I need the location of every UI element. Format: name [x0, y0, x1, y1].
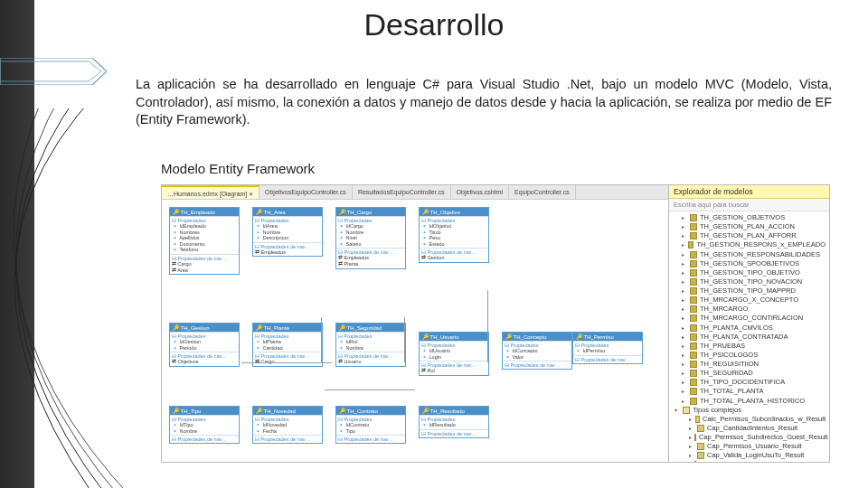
tree-item[interactable]: ▸TH_REGUISITIION [669, 360, 829, 369]
tree-item[interactable]: ▸TH_PLANTA_CONTRATADA [669, 333, 829, 342]
editor-tab[interactable]: …Humanos.edmx [Diagram] ✕ [162, 185, 259, 199]
tree-item[interactable]: ▸TH_MRCARGO_X_CONCEPTO [669, 296, 829, 305]
entity-header: 🔑 TH_Objetivo [420, 208, 488, 216]
subheading: Modelo Entity Framework [161, 161, 315, 176]
tree-item[interactable]: ▸TH_MRCARGO_CONTIRLACION [669, 314, 829, 323]
tree-item[interactable]: ▸TH_GESTION_PLAN_AFFORR [669, 231, 829, 240]
entity-box[interactable]: 🔑 TH_Objetivo⊟ Propiedades🔹 IdObjetivo🔹 … [419, 207, 489, 263]
tree-item[interactable]: ▸TH_GESTION_RESPONS_x_EMPLEADO [669, 240, 829, 249]
entity-box[interactable]: 🔑 TH_Permiso⊟ Propiedades🔹 IdPermiso⊟ Pr… [572, 332, 643, 364]
tree-item[interactable]: ▸TH_SEGURIDAD [669, 369, 829, 378]
slide-title: Desarrollo [0, 7, 868, 42]
entity-box[interactable]: 🔑 TH_Seguridad⊟ Propiedades🔹 IdRol🔹 Nomb… [335, 323, 406, 367]
tree-subitem[interactable]: ▸Cap_Valida_LoginUsuTo_Result [669, 451, 829, 460]
entity-box[interactable]: 🔑 TH_Contrato⊟ Propiedades🔹 IdContrato🔹 … [335, 406, 406, 444]
entity-header: 🔑 TH_Concepto [503, 333, 571, 341]
explorer-tree: ▸TH_GESTION_OBJETIVOS▸TH_GESTION_PLAN_AC… [669, 211, 829, 462]
entity-box[interactable]: 🔑 TH_Empleado⊟ Propiedades🔹 IdEmpleado🔹 … [169, 207, 240, 275]
tab-strip: …Humanos.edmx [Diagram] ✕ObjetivosEquipo… [162, 185, 668, 200]
vs-screenshot: …Humanos.edmx [Diagram] ✕ObjetivosEquipo… [161, 184, 830, 463]
entity-header: 🔑 TH_Resultado [420, 407, 488, 415]
tree-item[interactable]: ▸TH_MRCARGO [669, 305, 829, 314]
tree-subitem[interactable]: ▸Cap_Permisos_Subdirectos_Guest_Result [669, 433, 829, 442]
tree-item[interactable]: ▸TH_GESTION_TIPO_OBJETIVO [669, 268, 829, 277]
tree-subitem[interactable]: ▸TH_AREASCARGOSCARGADOS_Result [669, 460, 829, 462]
tree-subitem[interactable]: ▸Calc_Permisos_Subordinados_w_Result [669, 415, 829, 424]
entity-header: 🔑 TH_Area [253, 208, 322, 216]
entity-box[interactable]: 🔑 TH_Usuario⊟ Propiedades🔹 IdUsuario🔹 Lo… [419, 332, 489, 376]
entity-header: 🔑 TH_Contrato [336, 407, 405, 415]
entity-header: 🔑 TH_Gestion [170, 324, 239, 332]
entity-box[interactable]: 🔑 TH_Planta⊟ Propiedades🔹 IdPlanta🔹 Cant… [252, 323, 323, 367]
tree-item[interactable]: ▸TH_GESTION_PLAN_ACCION [669, 222, 829, 231]
tree-item[interactable]: ▸TH_PSICOLOGOS [669, 351, 829, 360]
entity-header: 🔑 TH_Tipo [170, 407, 239, 415]
entity-box[interactable]: 🔑 TH_Concepto⊟ Propiedades🔹 IdConcepto🔹 … [502, 332, 572, 370]
explorer-search[interactable]: Escriba aquí para buscar [669, 199, 829, 211]
entity-header: 🔑 TH_Novedad [253, 407, 322, 415]
tree-subitem[interactable]: ▸Cap_CantidadIntentos_Result [669, 424, 829, 433]
entity-header: 🔑 TH_Empleado [170, 208, 239, 216]
svg-marker-1 [0, 61, 101, 81]
entity-box[interactable]: 🔑 TH_Resultado⊟ Propiedades🔹 IdResultado… [419, 406, 489, 438]
entity-header: 🔑 TH_Seguridad [336, 324, 405, 332]
entity-header: 🔑 TH_Cargo [336, 208, 405, 216]
tree-item[interactable]: ▸TH_GESTION_OBJETIVOS [669, 213, 829, 222]
entity-header: 🔑 TH_Permiso [573, 333, 642, 341]
tree-item[interactable]: ▸TH_GESTION_RESPONSABILIDADES [669, 250, 829, 259]
entity-box[interactable]: 🔑 TH_Novedad⊟ Propiedades🔹 IdNovedad🔹 Fe… [252, 406, 323, 444]
entity-box[interactable]: 🔑 TH_Tipo⊟ Propiedades🔹 IdTipo🔹 Nombre⊟ … [169, 406, 240, 444]
tree-item[interactable]: ▸TH_PLANTA_CMVILOS [669, 324, 829, 333]
editor-tab[interactable]: ObjetivosEquipoController.cs [259, 185, 353, 199]
arrow-decoration [0, 58, 107, 85]
tree-folder[interactable]: ▾Tipos complejos [669, 406, 829, 415]
diagram-pane: …Humanos.edmx [Diagram] ✕ObjetivosEquipo… [162, 185, 668, 462]
entity-box[interactable]: 🔑 TH_Cargo⊟ Propiedades🔹 IdCargo🔹 Nombre… [335, 207, 406, 269]
tree-item[interactable]: ▸TH_GESTION_SPOOBJETIVOS [669, 259, 829, 268]
svg-marker-0 [0, 58, 107, 85]
tree-subitem[interactable]: ▸Cap_Permisos_Usuario_Result [669, 442, 829, 451]
editor-tab[interactable]: ResultadosEquipoController.cs [353, 185, 451, 199]
diagram-canvas[interactable]: 🔑 TH_Empleado⊟ Propiedades🔹 IdEmpleado🔹 … [162, 200, 668, 462]
model-explorer: Explorador de modelos Escriba aquí para … [668, 185, 829, 462]
tree-item[interactable]: ▸TH_GESTION_TIPO_NOVACION [669, 277, 829, 286]
tree-item[interactable]: ▸TH_GESTION_TIPO_MAPPRD [669, 286, 829, 296]
entity-header: 🔑 TH_Usuario [420, 333, 488, 341]
entity-box[interactable]: 🔑 TH_Gestion⊟ Propiedades🔹 IdGestion🔹 Pe… [169, 323, 240, 367]
body-paragraph: La aplicación se ha desarrollado en leng… [136, 76, 832, 129]
entity-box[interactable]: 🔑 TH_Area⊟ Propiedades🔹 IdArea🔹 Nombre🔹 … [252, 207, 323, 257]
editor-tab[interactable]: Objetivos.cshtml [451, 185, 509, 199]
explorer-title: Explorador de modelos [669, 185, 829, 199]
entity-header: 🔑 TH_Planta [253, 324, 322, 332]
tree-item[interactable]: ▸TH_TOTAL_PLANTA_HISTORICO [669, 397, 829, 406]
tree-item[interactable]: ▸TH_TOTAL_PLANTA [669, 387, 829, 396]
tree-item[interactable]: ▸TH_PRUEBAS [669, 342, 829, 351]
tree-item[interactable]: ▸TH_TIPO_DOCIDENTIFICA [669, 378, 829, 387]
editor-tab[interactable]: EquipoController.cs [509, 185, 576, 199]
